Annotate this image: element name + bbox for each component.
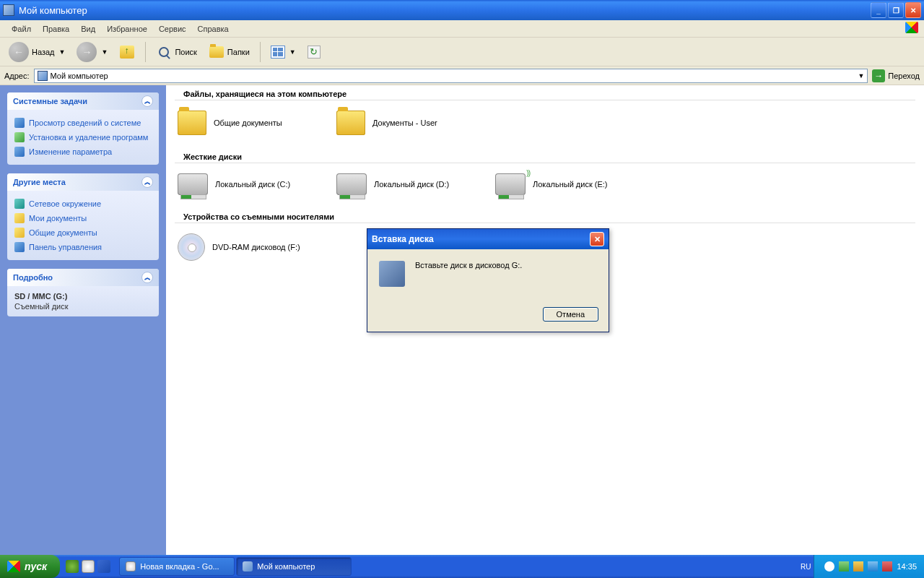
place-control-panel[interactable]: Панель управления <box>14 240 152 254</box>
task-system-info[interactable]: Просмотр сведений о системе <box>14 116 152 130</box>
refresh-button[interactable]: ↻ <box>303 44 325 60</box>
taskbar-item-explorer[interactable]: Мой компьютер <box>236 557 352 576</box>
task-change-setting[interactable]: Изменение параметра <box>14 144 152 159</box>
item-disk-c[interactable]: Локальный диск (C:) <box>175 171 334 198</box>
disk-icon <box>178 173 208 195</box>
collapse-icon[interactable]: ︽ <box>141 272 153 283</box>
menu-view[interactable]: Вид <box>75 23 101 35</box>
chrome-icon[interactable] <box>82 560 95 573</box>
item-dvd-drive[interactable]: DVD-RAM дисковод (F:) <box>175 230 334 264</box>
cancel-button[interactable]: Отмена <box>543 307 598 322</box>
maximize-button[interactable]: ❐ <box>888 2 904 18</box>
up-button[interactable] <box>115 43 139 61</box>
forward-button[interactable]: → ▼ <box>72 40 112 64</box>
network-icon[interactable] <box>868 561 878 571</box>
minimize-button[interactable]: _ <box>871 2 886 18</box>
address-label: Адрес: <box>4 72 30 80</box>
item-shared-documents[interactable]: Общие документы <box>175 108 334 138</box>
place-shared-docs[interactable]: Общие документы <box>14 225 152 240</box>
panel-title: Системные задачи <box>13 97 87 105</box>
tray-icon[interactable] <box>824 561 834 571</box>
chevron-down-icon: ▼ <box>59 48 66 56</box>
taskbar-item-chrome[interactable]: Новая вкладка - Go... <box>119 557 235 576</box>
menu-file[interactable]: Файл <box>6 23 37 35</box>
details-type: Съемный диск <box>14 302 152 311</box>
menu-edit[interactable]: Правка <box>37 23 75 35</box>
address-input[interactable]: Мой компьютер ▼ <box>34 69 868 83</box>
item-disk-e[interactable]: Локальный диск (E:) <box>492 171 651 198</box>
start-button[interactable]: пуск <box>0 555 60 578</box>
search-button[interactable]: Поиск <box>152 43 201 61</box>
separator <box>260 42 261 62</box>
show-desktop-icon[interactable] <box>97 560 110 573</box>
start-label: пуск <box>25 561 47 572</box>
folder-icon <box>178 111 206 135</box>
dialog-titlebar[interactable]: Вставка диска ✕ <box>367 229 609 249</box>
section-hdd-header: Жесткие диски <box>175 148 915 163</box>
search-label: Поиск <box>175 48 196 56</box>
panel-title: Другие места <box>13 178 66 186</box>
views-button[interactable]: ▼ <box>266 44 300 60</box>
refresh-icon: ↻ <box>308 46 321 59</box>
volume-icon[interactable] <box>853 561 863 571</box>
close-button[interactable]: ✕ <box>905 2 921 18</box>
details-name: SD / MMC (G:) <box>14 292 152 301</box>
details-panel: Подробно ︽ SD / MMC (G:) Съемный диск <box>7 269 159 316</box>
separator <box>145 42 146 62</box>
address-value: Мой компьютер <box>51 72 108 80</box>
tray-icon[interactable] <box>839 561 849 571</box>
info-icon <box>14 118 25 128</box>
menu-favorites[interactable]: Избранное <box>101 23 153 35</box>
chevron-down-icon[interactable]: ▼ <box>858 72 864 79</box>
panel-header[interactable]: Системные задачи ︽ <box>7 92 159 110</box>
collapse-icon[interactable]: ︽ <box>141 176 153 188</box>
folder-icon <box>336 111 365 135</box>
collapse-icon[interactable]: ︽ <box>141 95 153 107</box>
disk-icon <box>495 173 526 195</box>
dialog-close-button[interactable]: ✕ <box>590 232 604 246</box>
item-user-documents[interactable]: Документы - User <box>334 108 492 138</box>
address-bar: Адрес: Мой компьютер ▼ → Переход <box>0 66 924 85</box>
programs-icon <box>14 132 25 142</box>
go-arrow-icon: → <box>872 69 885 82</box>
panel-header[interactable]: Подробно ︽ <box>7 269 159 286</box>
sidebar: Системные задачи ︽ Просмотр сведений о с… <box>0 85 166 555</box>
folder-up-icon <box>120 46 134 59</box>
other-places-panel: Другие места ︽ Сетевое окружение Мои док… <box>7 173 159 260</box>
task-add-remove[interactable]: Установка и удаление программ <box>14 130 152 144</box>
item-disk-d[interactable]: Локальный диск (D:) <box>334 171 492 198</box>
chrome-icon <box>126 561 136 571</box>
security-icon[interactable] <box>882 561 892 571</box>
menu-help[interactable]: Справка <box>192 23 235 35</box>
menu-tools[interactable]: Сервис <box>153 23 192 35</box>
disk-icon <box>379 261 405 287</box>
clock[interactable]: 14:35 <box>897 562 917 571</box>
computer-icon <box>243 561 253 571</box>
cd-icon <box>178 233 205 261</box>
place-my-docs[interactable]: Мои документы <box>14 211 152 225</box>
windows-flag-icon <box>7 561 20 572</box>
window-titlebar: Мой компьютер _ ❐ ✕ <box>0 0 924 20</box>
window-title: Мой компьютер <box>19 5 871 16</box>
folders-button[interactable]: Папки <box>204 43 254 61</box>
quick-launch <box>60 560 116 573</box>
folder-icon <box>14 228 25 238</box>
go-button[interactable]: → Переход <box>872 69 920 82</box>
network-icon <box>14 199 25 209</box>
disk-icon <box>336 173 367 195</box>
language-indicator[interactable]: RU <box>801 563 814 571</box>
settings-icon <box>14 147 25 157</box>
chevron-down-icon: ▼ <box>289 48 296 56</box>
back-label: Назад <box>32 48 55 56</box>
system-tray: 14:35 <box>814 555 924 578</box>
section-removable-header: Устройства со съемными носителями <box>175 208 915 223</box>
insert-disk-dialog: Вставка диска ✕ Вставьте диск в дисковод… <box>367 228 609 332</box>
computer-icon <box>38 71 48 81</box>
menu-bar: Файл Правка Вид Избранное Сервис Справка <box>0 20 924 38</box>
folder-icon <box>14 213 25 223</box>
panel-title: Подробно <box>13 273 53 282</box>
place-network[interactable]: Сетевое окружение <box>14 197 152 211</box>
panel-header[interactable]: Другие места ︽ <box>7 173 159 191</box>
utorrent-icon[interactable] <box>66 560 79 573</box>
back-button[interactable]: ← Назад ▼ <box>4 40 69 64</box>
